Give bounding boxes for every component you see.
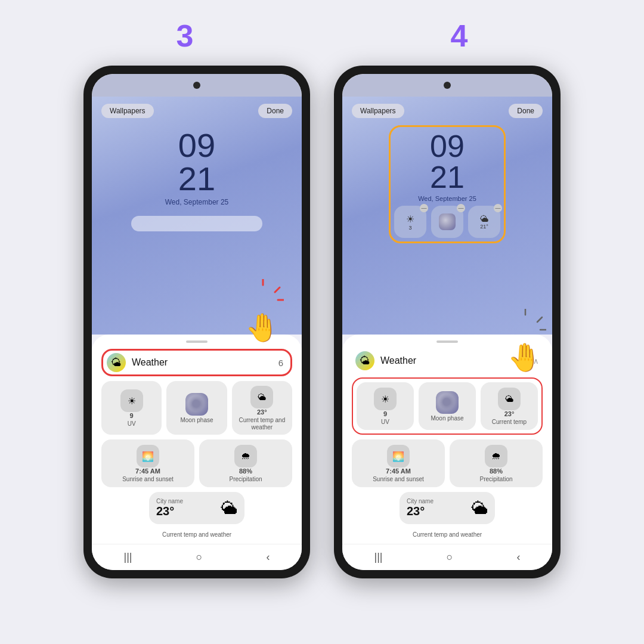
mini-widget-temp-4: — 🌥 21°: [468, 206, 500, 238]
mini-uv-icon-4: ☀: [406, 213, 414, 225]
done-btn-3[interactable]: Done: [258, 104, 292, 118]
mini-widgets-4: — ☀ 3 — — 🌥 21°: [394, 206, 500, 238]
sheet-handle-3: [186, 340, 208, 343]
mini-widget-uv-4: — ☀ 3: [394, 206, 426, 238]
temp-widget-3[interactable]: 🌥 23° Current temp and weather: [232, 381, 292, 435]
moon-widget-3[interactable]: Moon phase: [166, 381, 227, 435]
nav-apps-icon-3[interactable]: |||: [124, 551, 132, 564]
weather-count-4: 6: [525, 356, 530, 366]
weather-header-3[interactable]: 🌤 Weather 6: [101, 349, 292, 376]
large-widget-container-3: City name 23° 🌥 Current temp and weather: [101, 492, 292, 538]
search-bar-3[interactable]: [131, 216, 262, 231]
uv-icon-3: ☀: [120, 389, 143, 412]
sunrise-value-4: 7:45 AM: [386, 467, 411, 475]
wallpapers-btn-4[interactable]: Wallpapers: [352, 104, 404, 118]
mini-temp-icon-4: 🌥: [480, 214, 488, 224]
moon-name-3: Moon phase: [180, 417, 213, 424]
sunrise-widget-4[interactable]: 🌅 7:45 AM Sunrise and sunset: [352, 439, 445, 487]
mini-widget-moon-4: —: [431, 206, 463, 238]
widget-grid-3: ☀ 9 UV Moon phase 🌥 23° Current temp and…: [101, 381, 292, 435]
widget-grid-4-highlighted: ☀ 9 UV Moon phase 🌥 23° Current temp: [352, 377, 543, 435]
precip-value-4: 88%: [490, 467, 503, 475]
wallpapers-btn-3[interactable]: Wallpapers: [101, 104, 154, 118]
chevron-up-icon-4: ∧: [533, 357, 539, 366]
sunrise-widget-3[interactable]: 🌅 7:45 AM Sunrise and sunset: [101, 439, 194, 487]
camera-dot-4: [444, 82, 451, 89]
bottom-sheet-3: 🌤 Weather 6 ☀ 9 UV Moon phase: [92, 335, 302, 544]
precip-name-4: Precipitation: [479, 476, 512, 483]
precip-icon-4: 🌧: [485, 445, 507, 467]
large-widget-3[interactable]: City name 23° 🌥: [149, 492, 244, 524]
mini-moon-icon-4: [439, 213, 456, 230]
precip-widget-3[interactable]: 🌧 88% Precipitation: [199, 439, 292, 487]
temp-value-4: 23°: [504, 410, 515, 417]
clock-hour-3: 09: [165, 129, 229, 162]
mini-remove-uv-4[interactable]: —: [420, 204, 428, 212]
city-name-4: City name: [407, 498, 434, 504]
city-name-3: City name: [156, 498, 183, 504]
camera-dot-3: [193, 82, 200, 89]
nav-bar-4: ||| ○ ‹: [342, 544, 552, 570]
widget-grid2-4: 🌅 7:45 AM Sunrise and sunset 🌧 88% Preci…: [352, 439, 543, 487]
nav-apps-icon-4[interactable]: |||: [374, 551, 383, 564]
phone-3-screen: Wallpapers Done 09 21 Wed, September 25 …: [92, 74, 302, 570]
top-buttons-3: Wallpapers Done: [92, 97, 302, 123]
uv-widget-3[interactable]: ☀ 9 UV: [101, 381, 162, 435]
mini-remove-moon-4[interactable]: —: [457, 204, 465, 212]
precip-widget-4[interactable]: 🌧 88% Precipitation: [450, 439, 543, 487]
mini-temp-val-4: 21°: [480, 224, 488, 230]
city-cloud-icon-3: 🌥: [221, 499, 237, 518]
moon-widget-4[interactable]: Moon phase: [419, 382, 476, 430]
widget-grid2-3: 🌅 7:45 AM Sunrise and sunset 🌧 88% Preci…: [101, 439, 292, 487]
uv-name-4: UV: [381, 419, 389, 426]
uv-name-3: UV: [128, 420, 136, 428]
mini-uv-val-4: 3: [408, 225, 411, 231]
nav-back-icon-3[interactable]: ‹: [266, 551, 270, 564]
city-widget-label-3: Current temp and weather: [162, 531, 231, 538]
temp-name-4: Current temp: [492, 419, 527, 426]
uv-widget-4[interactable]: ☀ 9 UV: [357, 382, 414, 430]
large-widget-4[interactable]: City name 23° 🌥: [400, 492, 495, 524]
temp-widget-4[interactable]: 🌥 23° Current temp: [481, 382, 538, 430]
large-widget-container-4: City name 23° 🌥 Current temp and weather: [352, 492, 543, 538]
moon-name-4: Moon phase: [431, 415, 463, 422]
clock-hour-4: 09: [394, 131, 500, 162]
temp-name-3: Current temp and weather: [236, 417, 289, 431]
weather-label-4: Weather: [380, 355, 525, 366]
clock-date-4: Wed, September 25: [394, 195, 500, 202]
camera-bar-4: [342, 74, 552, 97]
weather-app-icon-3: 🌤: [107, 353, 126, 372]
phone-3: Wallpapers Done 09 21 Wed, September 25 …: [83, 66, 310, 578]
clock-widget-4: 09 21 Wed, September 25: [394, 131, 500, 202]
precip-value-3: 88%: [239, 467, 252, 475]
precip-icon-3: 🌧: [234, 445, 257, 467]
camera-bar-3: [92, 74, 302, 97]
nav-home-icon-4[interactable]: ○: [447, 551, 453, 564]
sunrise-icon-3: 🌅: [137, 445, 159, 467]
done-btn-4[interactable]: Done: [509, 104, 543, 118]
nav-back-icon-4[interactable]: ‹: [516, 551, 520, 564]
sunrise-name-4: Sunrise and sunset: [373, 476, 424, 483]
weather-app-icon-4: 🌤: [355, 351, 374, 370]
nav-home-icon-3[interactable]: ○: [196, 551, 203, 564]
sunrise-value-3: 7:45 AM: [135, 467, 160, 475]
city-temp-4: 23°: [407, 504, 434, 518]
sunrise-name-3: Sunrise and sunset: [122, 476, 174, 483]
nav-bar-3: ||| ○ ‹: [92, 544, 302, 570]
moon-icon-3: [185, 393, 208, 416]
bottom-sheet-4: 🌤 Weather 6 ∧ ☀ 9 UV Moon: [342, 335, 552, 544]
uv-value-3: 9: [130, 412, 134, 419]
top-buttons-4: Wallpapers Done: [342, 97, 552, 123]
weather-label-3: Weather: [132, 357, 278, 368]
city-widget-label-4: Current temp and weather: [413, 531, 482, 538]
temp-value-3: 23°: [257, 408, 267, 416]
large-widget-info-4: City name 23°: [407, 498, 434, 518]
city-temp-3: 23°: [156, 504, 183, 518]
uv-value-4: 9: [383, 410, 387, 417]
large-widget-info-3: City name 23°: [156, 498, 183, 518]
mini-remove-temp-4[interactable]: —: [494, 204, 502, 212]
temp-icon-4: 🌥: [498, 388, 521, 410]
weather-header-4[interactable]: 🌤 Weather 6 ∧: [352, 349, 543, 373]
moon-icon-4: [436, 391, 459, 414]
step-4-label: 4: [451, 18, 468, 54]
